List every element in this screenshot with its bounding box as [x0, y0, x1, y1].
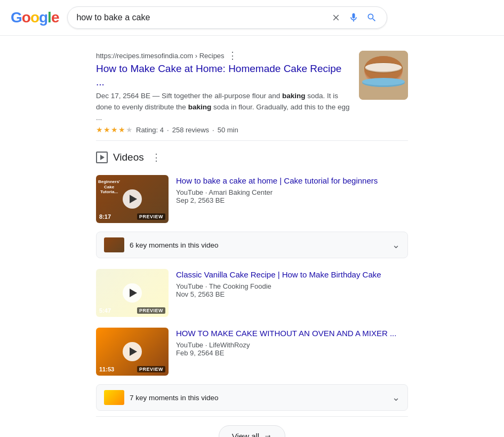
chevron-down-icon-3: ⌄	[392, 392, 400, 403]
video-play-btn-1[interactable]	[123, 189, 142, 209]
svg-point-6	[365, 63, 402, 71]
view-all-container: View all →	[96, 416, 408, 437]
video-duration-2: 5:47	[99, 307, 111, 314]
search-icons	[330, 11, 378, 24]
video-thumbnail-3: 11:53 PREVIEW	[96, 328, 169, 376]
video-thumbnail-2: 5:47 PREVIEW	[96, 269, 169, 317]
section-more-button[interactable]: ⋮	[151, 153, 162, 162]
cook-time: 50 min	[218, 126, 238, 134]
key-moments-3[interactable]: 7 key moments in this video ⌄	[96, 384, 408, 411]
video-play-btn-3[interactable]	[123, 342, 142, 361]
play-icon-3	[130, 347, 137, 356]
play-icon-1	[130, 195, 137, 203]
key-moments-thumb-1	[104, 237, 124, 252]
logo-l: l	[47, 9, 51, 26]
svg-point-8	[362, 78, 405, 85]
search-result: https://recipes.timesofindia.com › Recip…	[96, 44, 408, 141]
video-title-1[interactable]: How to bake a cake at home | Cake tutori…	[176, 175, 408, 186]
view-all-label: View all	[232, 432, 259, 437]
video-title-3[interactable]: HOW TO MAKE CAKE WITHOUT AN OVEN AND A M…	[176, 328, 408, 339]
video-item-2: 5:47 PREVIEW Classic Vanilla Cake Recipe…	[96, 264, 408, 322]
rating-text: Rating: 4	[136, 126, 164, 134]
video-source-2: YouTube · The Cooking Foodie	[176, 282, 408, 290]
video-thumbnail-1: Beginners'CakeTutoria... 8:17 PREVIEW	[96, 175, 169, 223]
video-duration-1: 8:17	[99, 213, 111, 220]
star-rating: ★ ★ ★ ★ ★	[96, 125, 133, 134]
result-text: https://recipes.timesofindia.com › Recip…	[96, 51, 350, 134]
logo-g: G	[11, 9, 22, 26]
arrow-right-icon: →	[263, 431, 272, 437]
key-moments-thumb-3	[104, 390, 124, 405]
logo-o2: o	[30, 9, 39, 26]
preview-badge-3: PREVIEW	[137, 366, 165, 372]
logo-o1: o	[22, 9, 30, 26]
clear-button[interactable]	[330, 12, 342, 23]
video-text-2: Classic Vanilla Cake Recipe | How to Mak…	[176, 269, 408, 298]
logo-e: e	[51, 9, 59, 26]
videos-section-header: Videos ⋮	[96, 141, 408, 170]
result-meta: ★ ★ ★ ★ ★ Rating: 4 · 258 reviews · 50 m…	[96, 125, 350, 134]
video-item-1: Beginners'CakeTutoria... 8:17 PREVIEW Ho…	[96, 170, 408, 228]
video-source-1: YouTube · Amari Baking Center	[176, 188, 408, 196]
play-icon-2	[130, 289, 137, 297]
play-triangle-icon	[100, 155, 105, 160]
video-title-2[interactable]: Classic Vanilla Cake Recipe | How to Mak…	[176, 269, 408, 280]
video-duration-3: 11:53	[99, 366, 114, 372]
preview-badge-2: PREVIEW	[137, 307, 165, 314]
reviews-count: 258 reviews	[172, 126, 209, 134]
preview-badge-1: PREVIEW	[137, 213, 165, 220]
result-url: https://recipes.timesofindia.com › Recip…	[96, 51, 350, 60]
search-bar	[67, 6, 387, 29]
view-all-button[interactable]: View all →	[219, 425, 285, 437]
video-date-2: Nov 5, 2563 BE	[176, 290, 408, 298]
chevron-down-icon-1: ⌄	[392, 239, 400, 251]
video-text-1: How to bake a cake at home | Cake tutori…	[176, 175, 408, 204]
search-button[interactable]	[365, 11, 378, 24]
header: Google	[0, 0, 504, 36]
voice-search-button[interactable]	[347, 11, 360, 24]
result-thumbnail	[359, 51, 408, 100]
video-date-1: Sep 2, 2563 BE	[176, 196, 408, 204]
section-title: Videos	[113, 152, 144, 163]
video-text-3: HOW TO MAKE CAKE WITHOUT AN OVEN AND A M…	[176, 328, 408, 357]
video-play-btn-2[interactable]	[123, 283, 142, 303]
thumb-label-1: Beginners'CakeTutoria...	[98, 179, 120, 195]
video-section-icon	[96, 152, 108, 163]
result-domain: https://recipes.timesofindia.com › Recip…	[96, 52, 225, 60]
logo-g2: g	[39, 9, 47, 26]
key-moments-1[interactable]: 6 key moments in this video ⌄	[96, 232, 408, 258]
video-date-3: Feb 9, 2564 BE	[176, 349, 408, 357]
key-moments-text-1: 6 key moments in this video	[130, 241, 387, 249]
result-snippet: Dec 17, 2564 BE — Sift together the all-…	[96, 91, 350, 123]
more-options-button[interactable]: ⋮	[228, 51, 238, 60]
key-moments-text-3: 7 key moments in this video	[130, 394, 387, 402]
video-source-3: YouTube · LifeWithRozy	[176, 341, 408, 349]
video-item-3: 11:53 PREVIEW HOW TO MAKE CAKE WITHOUT A…	[96, 322, 408, 381]
main-content: https://recipes.timesofindia.com › Recip…	[0, 36, 504, 437]
search-input[interactable]	[76, 13, 326, 22]
google-logo[interactable]: Google	[11, 9, 59, 26]
result-title[interactable]: How to Make Cake at Home: Homemade Cake …	[96, 62, 350, 89]
